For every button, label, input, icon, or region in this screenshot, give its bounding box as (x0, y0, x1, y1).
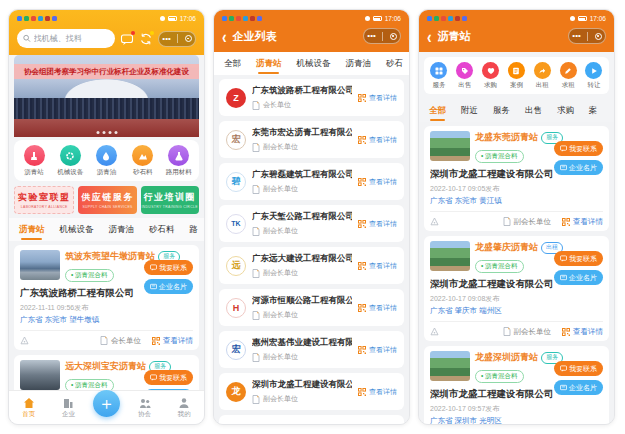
station-card[interactable]: 龙盛东莞沥青站 服务 沥青混合料 我要联系 企业名片 深圳市龙盛工程建设有限公司… (424, 126, 609, 231)
back-icon[interactable]: ‹ (222, 27, 227, 45)
view-detail-link[interactable]: 查看详情 (358, 261, 397, 271)
search-bar[interactable] (17, 29, 115, 48)
company-card[interactable]: Z 广东筑波路桥工程有限公司 会长单位 查看详情 (219, 79, 404, 116)
company-list[interactable]: Z 广东筑波路桥工程有限公司 会长单位 查看详情 宏 东莞市宏达沥青工程有限公司… (214, 75, 409, 424)
hero-banner[interactable]: 协会组团考察学习华中行业标杆企业及标准化建设 (14, 55, 199, 137)
company-card[interactable]: TK 广东天堑公路工程有限公司 副会长单位 查看详情 (219, 205, 404, 242)
tab-machinery[interactable]: 机械设备 (297, 52, 331, 75)
action-case[interactable]: 案例 (504, 62, 529, 90)
category-asphalt-oil[interactable]: 沥青油 (89, 145, 123, 177)
tab-all[interactable]: 全部 (224, 52, 241, 75)
contact-button[interactable]: 我要联系 (144, 370, 193, 385)
company-card[interactable]: 宏 惠州宏基伟业建设工程有限公司 副会长单位 查看详情 (219, 331, 404, 368)
tab-asphalt-station[interactable]: 沥青站 (256, 52, 282, 75)
station-list[interactable]: 龙盛东莞沥青站 服务 沥青混合料 我要联系 企业名片 深圳市龙盛工程建设有限公司… (419, 122, 614, 424)
category-aggregate[interactable]: 砂石料 (126, 145, 160, 177)
view-detail-link[interactable]: 查看详情 (163, 336, 193, 346)
bizcard-button[interactable]: 企业名片 (144, 279, 193, 294)
promo-supply-chain[interactable]: 供应链服务 SUPPLY CHAIN SERVICES (78, 186, 136, 214)
member-role: 副会长单位 (263, 394, 298, 404)
tab-buy[interactable]: 求购 (557, 99, 574, 122)
company-name: 东莞市宏达沥青工程有限公司 (252, 127, 352, 139)
action-service[interactable]: 服务 (426, 62, 451, 90)
location-text[interactable]: 广东省 肇庆市 端州区 (430, 306, 603, 316)
miniprogram-capsule[interactable]: ••• (158, 31, 196, 47)
tab-aggregate[interactable]: 砂石料 (149, 218, 175, 241)
tab-machinery[interactable]: 机械设备 (60, 218, 94, 241)
view-detail-link[interactable]: 查看详情 (573, 217, 603, 227)
nav-mine[interactable]: 我的 (169, 397, 199, 419)
nav-enterprise[interactable]: 企业 (53, 397, 83, 419)
doc-icon (503, 217, 511, 226)
bizcard-button[interactable]: 企业名片 (554, 160, 603, 175)
view-detail-link[interactable]: 查看详情 (358, 303, 397, 313)
tab-road-material[interactable]: 路 (190, 218, 199, 241)
action-rent-out[interactable]: 出租 (530, 62, 555, 90)
view-detail-link[interactable]: 查看详情 (358, 219, 397, 229)
more-icon[interactable]: ••• (367, 32, 375, 40)
more-icon[interactable]: ••• (162, 35, 170, 43)
action-transfer[interactable]: 转让 (581, 62, 606, 90)
close-circle-icon[interactable] (595, 33, 602, 40)
tab-asphalt-oil[interactable]: 沥青油 (109, 218, 135, 241)
action-sell[interactable]: 出售 (452, 62, 477, 90)
company-card[interactable]: 龙 深圳市龙盛工程建设有限公司 副会长单位 查看详情 (219, 373, 404, 410)
promo-lab-alliance[interactable]: 实验室联盟 LABORATORY ALLIANCE (14, 186, 74, 214)
more-icon[interactable]: ••• (572, 32, 580, 40)
refresh-icon[interactable] (139, 32, 153, 46)
tab-aggregate[interactable]: 砂石 (386, 52, 403, 75)
notification-icons (427, 16, 467, 21)
company-card[interactable]: H 河源市恒顺公路工程有限公司 副会长单位 查看详情 (219, 289, 404, 326)
search-input[interactable] (34, 34, 109, 43)
category-asphalt-station[interactable]: 沥青站 (17, 145, 51, 177)
tab-sell[interactable]: 出售 (525, 99, 542, 122)
view-detail-link[interactable]: 查看详情 (358, 345, 397, 355)
contact-button[interactable]: 我要联系 (554, 251, 603, 266)
bizcard-button[interactable]: 企业名片 (554, 380, 603, 395)
station-card[interactable]: 龙盛深圳沥青站 服务 沥青混合料 我要联系 企业名片 深圳市龙盛工程建设有限公司… (424, 346, 609, 424)
back-icon[interactable]: ‹ (427, 27, 432, 45)
location-text[interactable]: 广东省 东莞市 黄江镇 (430, 196, 603, 206)
tab-nearby[interactable]: 附近 (461, 99, 478, 122)
view-detail-link[interactable]: 查看详情 (573, 327, 603, 337)
category-machinery[interactable]: 机械设备 (53, 145, 87, 177)
view-detail-link[interactable]: 查看详情 (358, 387, 397, 397)
action-buy[interactable]: 求购 (478, 62, 503, 90)
contact-button[interactable]: 我要联系 (554, 141, 603, 156)
station-card[interactable]: 筑波东莞望牛墩沥青站 服务 沥青混合料 我要联系 企业名片 广东筑波路桥工程有限… (14, 245, 199, 350)
tab-asphalt-station[interactable]: 沥青站 (19, 218, 45, 241)
category-road-material[interactable]: 路用材料 (162, 145, 196, 177)
company-card[interactable]: 碧 广东碧磊建筑工程有限公司 副会长单位 查看详情 (219, 163, 404, 200)
bizcard-button[interactable]: 企业名片 (144, 389, 193, 390)
station-card[interactable]: 龙盛肇庆沥青站 出租 沥青混合料 我要联系 企业名片 深圳市龙盛工程建设有限公司… (424, 236, 609, 341)
close-circle-icon[interactable] (390, 33, 397, 40)
miniprogram-capsule[interactable]: ••• (568, 28, 606, 44)
close-circle-icon[interactable] (185, 35, 192, 42)
publish-plus-button[interactable]: ＋ (93, 390, 120, 417)
bizcard-button[interactable]: 企业名片 (554, 270, 603, 285)
miniprogram-capsule[interactable]: ••• (363, 28, 401, 44)
tab-service[interactable]: 服务 (493, 99, 510, 122)
nav-home[interactable]: 首页 (14, 397, 44, 419)
tab-all[interactable]: 全部 (429, 99, 446, 122)
view-detail-link[interactable]: 查看详情 (358, 135, 397, 145)
station-list[interactable]: 筑波东莞望牛墩沥青站 服务 沥青混合料 我要联系 企业名片 广东筑波路桥工程有限… (9, 241, 204, 390)
company-card[interactable]: 远 广东远大建设工程有限公司 副会长单位 查看详情 (219, 247, 404, 284)
contact-button[interactable]: 我要联系 (144, 260, 193, 275)
edit-icon (560, 62, 577, 79)
tab-case[interactable]: 案 (589, 99, 598, 122)
action-seek-rent[interactable]: 求租 (556, 62, 581, 90)
view-detail-link[interactable]: 查看详情 (358, 177, 397, 187)
company-card-partial[interactable] (219, 415, 404, 424)
location-text[interactable]: 广东省 深圳市 光明区 (430, 416, 603, 424)
company-card[interactable]: 宏 东莞市宏达沥青工程有限公司 副会长单位 查看详情 (219, 121, 404, 158)
view-detail-link[interactable]: 查看详情 (358, 93, 397, 103)
nav-association[interactable]: 协会 (130, 397, 160, 419)
station-card[interactable]: 远大深圳宝安沥青站 服务 沥青混合料 我要联系 企业名片 广东远大建设工程有限公… (14, 355, 199, 390)
contact-button[interactable]: 我要联系 (554, 361, 603, 376)
doc-icon (252, 185, 260, 194)
tab-asphalt-oil[interactable]: 沥青油 (346, 52, 372, 75)
location-text[interactable]: 广东省 东莞市 望牛墩镇 (20, 315, 193, 325)
promo-training-circle[interactable]: 行业培训圈 INDUSTRY TRAINING CIRCLE (141, 186, 199, 214)
message-icon[interactable] (120, 32, 134, 46)
